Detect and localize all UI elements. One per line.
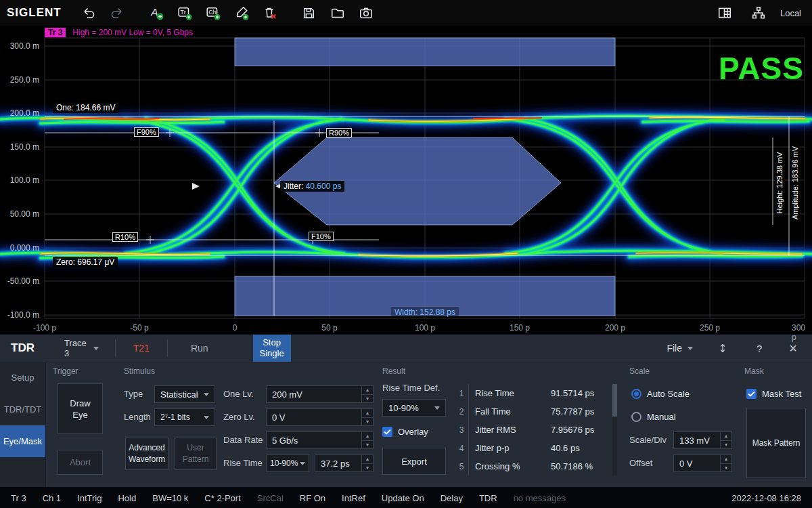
spin-down-icon[interactable]: ▼ [721,440,731,449]
one-level-spinner[interactable]: 200 mV ▲▼ [266,385,374,403]
status-channel: Ch 1 [43,493,61,503]
delete-button[interactable] [258,3,282,23]
t21-trace-tab[interactable]: T21 [133,343,150,354]
trace-badge[interactable]: Tr 3 [45,28,66,37]
mask-pattern-button[interactable]: Mask Pattern [746,408,806,478]
help-button[interactable]: ? [752,342,766,355]
camera-icon [359,5,374,20]
section-title-scale: Scale [629,366,650,376]
status-tdr: TDR [479,493,497,503]
y-axis-label: 200.0 m [0,108,39,118]
panel-sidebar: Setup TDR/TDT Eye/Mask [0,362,46,487]
result-row: 5 Crossing % 50.7186 % [455,457,617,475]
save-icon [302,6,316,20]
spin-down-icon[interactable]: ▼ [362,394,373,403]
y-axis-label: 100.0 m [0,175,39,185]
x-axis-label: 100 p [415,323,435,333]
status-messages: no messages [514,493,566,503]
stop-single-button[interactable]: Stop Single [253,335,291,362]
file-menu-button[interactable]: File [667,343,693,354]
spin-down-icon[interactable]: ▼ [362,463,373,472]
checkbox-checked-icon [746,389,757,399]
chevron-down-icon [204,393,209,396]
abort-button[interactable]: Abort [58,450,103,475]
spin-up-icon[interactable]: ▲ [362,409,373,417]
scrollbar-thumb[interactable] [612,384,617,417]
sidebar-item-eye-mask[interactable]: Eye/Mask [0,425,45,457]
sidebar-item-setup[interactable]: Setup [0,362,45,394]
section-title-stimulus: Stimulus [124,366,155,376]
offset-spinner[interactable]: 0 V ▲▼ [673,454,732,472]
undo-button[interactable] [76,3,101,23]
top-toolbar: SIGLENT A Tr [0,0,812,26]
overlay-checkbox[interactable]: Overlay [382,427,428,437]
mask-test-pass-indicator: PASS [719,50,804,87]
close-panel-button[interactable]: × [785,340,801,357]
run-button[interactable]: Run [187,342,212,354]
data-rate-spinner[interactable]: 5 Gb/s ▲▼ [266,431,374,449]
length-label: Length [124,408,151,426]
network-button[interactable] [746,3,771,23]
one-level-label: One: 184.66 mV [53,102,118,113]
x-axis-label: -50 p [130,323,148,333]
spin-down-icon[interactable]: ▼ [721,463,731,472]
spin-down-icon[interactable]: ▼ [362,440,373,449]
manual-scale-radio[interactable]: Manual [631,412,676,422]
display-layout-button[interactable] [713,3,737,23]
x-axis-label: 150 p [510,323,530,333]
screenshot-button[interactable] [354,3,378,23]
panel-body: Trigger Stimulus Result Scale Mask Draw … [45,362,812,487]
save-button[interactable] [297,3,321,23]
mask-top-region [235,38,615,66]
trace-settings-text: High = 200 mV Low = 0V, 5 Gbps [72,28,193,37]
spin-up-icon[interactable]: ▲ [362,455,373,463]
file-menu-label: File [667,343,682,354]
type-dropdown[interactable]: Statistical [154,385,215,403]
spin-up-icon[interactable]: ▲ [362,386,373,394]
user-pattern-button[interactable]: User Pattern [175,438,217,470]
auto-measure-button[interactable]: A [144,3,168,23]
spin-up-icon[interactable]: ▲ [362,432,373,440]
length-dropdown[interactable]: 2⁷-1 bits [154,408,215,426]
x-axis-label: 200 p [605,323,625,333]
open-file-button[interactable] [325,3,350,23]
zero-level-spinner[interactable]: 0 V ▲▼ [266,408,374,426]
sidebar-item-tdr-tdt[interactable]: TDR/TDT [0,394,45,425]
result-scrollbar[interactable] [612,384,617,475]
trace-select-dropdown[interactable]: Trace 3 [64,338,99,358]
rise-time-def-dropdown[interactable]: 10-90% [266,454,309,472]
stop-single-line1: Stop [263,337,281,348]
y-axis-label: 0.000 m [0,243,39,253]
jitter-value: 40.600 ps [306,182,342,191]
spin-down-icon[interactable]: ▼ [362,417,373,426]
trace-select-label: Trace [64,338,87,348]
spin-up-icon[interactable]: ▲ [721,455,731,463]
display-layout-icon [717,5,732,20]
scale-div-spinner[interactable]: 133 mV ▲▼ [673,431,732,449]
add-channel-button[interactable]: Ch [201,3,225,23]
export-button[interactable]: Export [382,448,446,475]
auto-scale-radio[interactable]: Auto Scale [631,389,690,399]
dropper-button[interactable] [229,3,254,23]
collapse-panel-button[interactable] [713,341,732,355]
status-srccal: SrcCal [257,493,284,503]
amplitude-annotation: Amplitude: 183.96 mV [790,144,800,222]
r10-marker-label: R10% [112,232,138,242]
mask-test-checkbox[interactable]: Mask Test [746,389,801,399]
redo-button[interactable] [105,3,129,23]
auto-measure-icon: A [149,5,164,20]
add-trace-button[interactable]: Tr [173,3,197,23]
svg-text:Tr: Tr [180,9,185,16]
advanced-waveform-button[interactable]: Advanced Waveform [125,438,168,470]
panel-title: TDR [0,341,45,355]
f10-marker-label: F10% [309,232,334,241]
status-bar: Tr 3 Ch 1 IntTrig Hold BW=10 k C* 2-Port… [0,487,812,508]
rise-time-spinner[interactable]: 37.2 ps ▲▼ [315,454,374,472]
y-axis-label: 300.0 m [0,41,39,51]
draw-eye-button[interactable]: Draw Eye [58,383,103,434]
r90-marker-label: R90% [326,128,352,137]
radio-unselected-icon [631,412,641,422]
result-rise-def-dropdown[interactable]: 10-90% [382,399,446,417]
spin-up-icon[interactable]: ▲ [721,432,731,440]
status-update: Update On [382,493,424,503]
